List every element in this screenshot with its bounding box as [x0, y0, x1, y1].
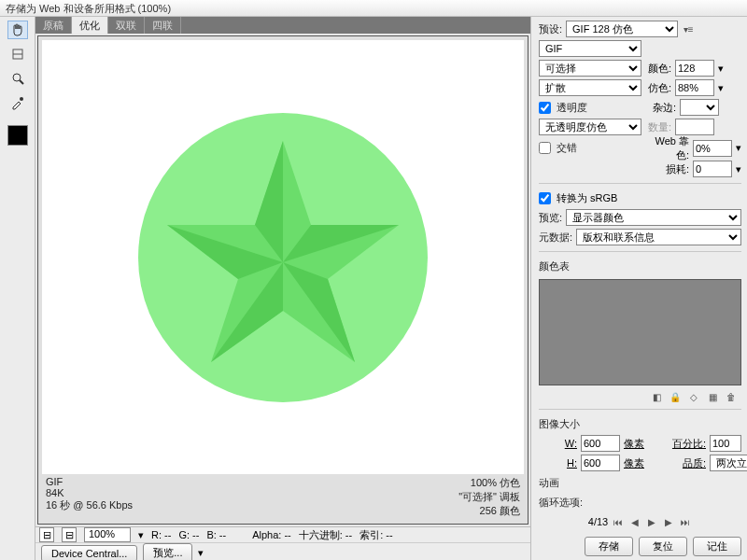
preview-tabs: 原稿 优化 双联 四联 [35, 17, 530, 34]
preview-button[interactable]: 预览... [143, 543, 192, 560]
trans-dither-select[interactable]: 无透明度仿色 [539, 119, 641, 135]
dither-pct-input[interactable] [675, 79, 714, 96]
device-bar: Device Central... 预览...▾ [35, 542, 530, 560]
zoom-tool[interactable] [7, 69, 28, 88]
tab-4up[interactable]: 四联 [145, 17, 181, 34]
status-g: G: -- [178, 529, 199, 540]
hand-tool[interactable] [7, 21, 28, 39]
info-transfer: 16 秒 @ 56.6 Kbps [46, 498, 133, 512]
frame-next-icon[interactable]: ▶ [662, 515, 675, 528]
transparency-checkbox[interactable] [539, 102, 551, 114]
status-bar: ⊟ ⊟ 100%▾ R: -- G: -- B: -- Alpha: -- 十六… [35, 526, 530, 542]
preset-label: 预设: [539, 22, 562, 36]
ct-map-icon[interactable]: ▦ [706, 390, 719, 403]
preview-image [134, 108, 432, 407]
canvas-info: GIF 84K 16 秒 @ 56.6 Kbps 100% 仿色 "可选择" 调… [42, 474, 524, 520]
svg-point-4 [20, 97, 23, 101]
color-swatch[interactable] [7, 125, 28, 146]
imagesize-label: 图像大小 [539, 417, 580, 431]
info-filesize: 84K [46, 487, 133, 498]
amount-label: 数量: [645, 120, 671, 134]
amount-input [675, 119, 714, 135]
status-b: B: -- [206, 529, 226, 540]
frame-first-icon[interactable]: ⏮ [612, 515, 625, 528]
ct-sort-icon[interactable]: ◧ [650, 390, 663, 403]
colors-input[interactable] [675, 60, 714, 77]
lossy-input[interactable] [693, 161, 732, 177]
preview-profile-label: 预览: [539, 211, 562, 225]
frame-counter: 4/13 [588, 516, 608, 527]
lossy-label: 损耗: [663, 162, 689, 176]
interlace-checkbox[interactable] [539, 142, 551, 154]
panel-menu-icon[interactable]: ▾≡ [682, 22, 695, 35]
tab-original[interactable]: 原稿 [35, 17, 72, 34]
status-alpha: Alpha: -- [252, 529, 291, 540]
save-button[interactable]: 存储 [585, 537, 633, 556]
slice-tool[interactable] [7, 45, 28, 63]
preview-profile-select[interactable]: 显示器颜色 [566, 209, 741, 226]
frame-prev-icon[interactable]: ◀ [628, 515, 641, 528]
preset-select[interactable]: GIF 128 仿色 [566, 21, 678, 37]
dither-select[interactable]: 扩散 [539, 79, 641, 96]
menu-toggle-2[interactable]: ⊟ [62, 527, 77, 542]
status-r: R: -- [151, 529, 171, 540]
tab-optimized[interactable]: 优化 [72, 17, 108, 34]
frame-play-icon[interactable]: ▶ [645, 515, 658, 528]
ct-new-icon[interactable]: ◇ [687, 390, 700, 403]
device-central-button[interactable]: Device Central... [41, 545, 137, 561]
frame-last-icon[interactable]: ⏭ [679, 515, 692, 528]
height-input[interactable] [581, 455, 620, 471]
zoom-field[interactable]: 100% [84, 527, 131, 542]
svg-point-2 [13, 74, 21, 81]
srgb-checkbox[interactable] [539, 192, 551, 204]
left-toolbar [0, 17, 35, 560]
websnap-input[interactable] [693, 140, 732, 157]
eyedropper-tool[interactable] [7, 93, 28, 112]
metadata-select[interactable]: 版权和联系信息 [576, 229, 741, 245]
dither-pct-label: 仿色: [645, 81, 671, 95]
svg-line-3 [20, 80, 23, 84]
quality-select[interactable]: 两次立方 [710, 455, 747, 471]
preview-canvas[interactable] [42, 40, 524, 474]
colors-label: 颜色: [645, 62, 671, 76]
websnap-label: Web 靠色: [644, 134, 689, 162]
loop-label: 循环选项: [539, 496, 583, 510]
color-table-tools: ◧ 🔒 ◇ ▦ 🗑 [539, 390, 741, 403]
status-hex: 十六进制: -- [299, 528, 352, 542]
window-title: 存储为 Web 和设备所用格式 (100%) [0, 0, 747, 17]
colortable-label: 颜色表 [539, 259, 570, 273]
tab-2up[interactable]: 双联 [108, 17, 145, 34]
ct-delete-icon[interactable]: 🗑 [725, 390, 738, 403]
status-index: 索引: -- [359, 528, 392, 542]
info-format: GIF [46, 476, 133, 487]
format-select[interactable]: GIF [539, 40, 641, 57]
algo-select[interactable]: 可选择 [539, 60, 641, 77]
reset-button[interactable]: 复位 [639, 537, 687, 556]
menu-toggle-1[interactable]: ⊟ [39, 527, 54, 542]
matte-select[interactable] [680, 99, 719, 116]
matte-label: 杂边: [650, 101, 676, 115]
percent-input[interactable] [710, 435, 741, 452]
width-input[interactable] [581, 435, 620, 452]
color-table[interactable] [539, 279, 741, 385]
settings-panel: 预设: GIF 128 仿色 ▾≡ GIF 可选择 颜色: ▾ 扩散 仿色: ▾… [530, 17, 747, 560]
metadata-label: 元数据: [539, 231, 572, 245]
ct-lock-icon[interactable]: 🔒 [669, 390, 682, 403]
anim-label: 动画 [539, 476, 559, 490]
remember-button[interactable]: 记住 [693, 537, 741, 556]
